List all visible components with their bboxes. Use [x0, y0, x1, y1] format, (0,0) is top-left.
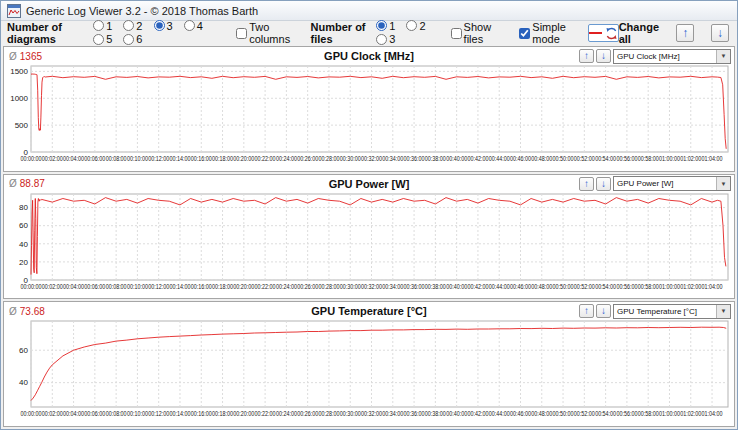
- diagram-count-option-3[interactable]: 3: [149, 20, 173, 32]
- svg-text:00:02:00: 00:02:00: [42, 283, 63, 290]
- svg-text:00:28:00: 00:28:00: [318, 283, 339, 290]
- svg-text:01:04:00: 01:04:00: [702, 410, 723, 417]
- svg-text:00:36:00: 00:36:00: [404, 283, 425, 290]
- svg-text:00:38:00: 00:38:00: [425, 410, 446, 417]
- svg-text:00:52:00: 00:52:00: [574, 283, 595, 290]
- svg-text:00:02:00: 00:02:00: [42, 155, 63, 162]
- chart-move-up-button[interactable]: ↑: [579, 304, 594, 318]
- svg-text:00:30:00: 00:30:00: [340, 283, 361, 290]
- simple-mode-option[interactable]: Simple mode: [514, 21, 576, 45]
- metric-select[interactable]: GPU Power [W] ▼: [613, 176, 731, 191]
- svg-text:20: 20: [19, 257, 28, 266]
- simple-mode-checkbox[interactable]: [519, 28, 530, 39]
- chart-plot[interactable]: 00:00:0000:02:0000:04:0000:06:0000:08:00…: [4, 319, 734, 423]
- svg-text:00:52:00: 00:52:00: [574, 155, 595, 162]
- chart-average: Ø1365: [9, 51, 42, 62]
- chart-move-up-button[interactable]: ↑: [579, 177, 594, 191]
- svg-text:00:24:00: 00:24:00: [276, 155, 297, 162]
- diagram-count-option-1[interactable]: 1: [88, 20, 112, 32]
- chart-move-down-button[interactable]: ↓: [596, 49, 611, 63]
- svg-text:00:04:00: 00:04:00: [63, 155, 84, 162]
- chart-move-down-button[interactable]: ↓: [596, 177, 611, 191]
- titlebar: Generic Log Viewer 3.2 - © 2018 Thomas B…: [1, 1, 737, 21]
- refresh-icon: [605, 27, 618, 40]
- file-count-option-1[interactable]: 1: [371, 20, 395, 32]
- diagram-count-option-6[interactable]: 6: [118, 33, 142, 45]
- svg-text:00:18:00: 00:18:00: [212, 410, 233, 417]
- svg-text:00:54:00: 00:54:00: [595, 283, 616, 290]
- diagram-count-option-2[interactable]: 2: [118, 20, 142, 32]
- metric-select[interactable]: GPU Clock [MHz] ▼: [613, 49, 731, 64]
- svg-text:00:22:00: 00:22:00: [255, 283, 276, 290]
- svg-text:00:20:00: 00:20:00: [233, 410, 254, 417]
- diagram-count-radio-6[interactable]: [123, 34, 134, 45]
- svg-text:00:42:00: 00:42:00: [467, 155, 488, 162]
- svg-text:00:18:00: 00:18:00: [212, 283, 233, 290]
- svg-text:01:04:00: 01:04:00: [702, 155, 723, 162]
- svg-text:0: 0: [24, 275, 29, 284]
- change-all-down-button[interactable]: ↓: [711, 24, 729, 42]
- arrow-down-icon: ↓: [717, 27, 723, 39]
- svg-text:00:10:00: 00:10:00: [127, 155, 148, 162]
- svg-text:00:30:00: 00:30:00: [340, 410, 361, 417]
- svg-text:00:50:00: 00:50:00: [553, 155, 574, 162]
- svg-text:00:34:00: 00:34:00: [382, 283, 403, 290]
- file-count-radio-2[interactable]: [406, 20, 417, 31]
- change-all-up-button[interactable]: ↑: [676, 24, 694, 42]
- svg-text:00:08:00: 00:08:00: [106, 410, 127, 417]
- svg-text:60: 60: [19, 221, 28, 230]
- svg-text:1500: 1500: [10, 67, 28, 76]
- chart-average-value: 1365: [20, 51, 42, 62]
- diagram-count-radio-5[interactable]: [93, 34, 104, 45]
- svg-text:00:36:00: 00:36:00: [404, 155, 425, 162]
- svg-text:00:16:00: 00:16:00: [191, 410, 212, 417]
- two-columns-checkbox[interactable]: [236, 28, 247, 39]
- file-count-radio-1[interactable]: [376, 20, 387, 31]
- svg-text:00:30:00: 00:30:00: [340, 155, 361, 162]
- diagram-count-radio-4[interactable]: [184, 20, 195, 31]
- svg-text:00:44:00: 00:44:00: [489, 283, 510, 290]
- file-count-radio-3[interactable]: [376, 34, 387, 45]
- file-count-option-3[interactable]: 3: [371, 33, 395, 45]
- svg-text:00:56:00: 00:56:00: [616, 155, 637, 162]
- two-columns-option[interactable]: Two columns: [231, 21, 293, 45]
- svg-text:00:20:00: 00:20:00: [233, 155, 254, 162]
- chart-plot[interactable]: 00:00:0000:02:0000:04:0000:06:0000:08:00…: [4, 192, 734, 296]
- svg-text:00:46:00: 00:46:00: [510, 283, 531, 290]
- svg-text:00:26:00: 00:26:00: [297, 283, 318, 290]
- svg-text:00:18:00: 00:18:00: [212, 155, 233, 162]
- svg-text:00:42:00: 00:42:00: [467, 283, 488, 290]
- svg-text:00:16:00: 00:16:00: [191, 155, 212, 162]
- svg-text:00:58:00: 00:58:00: [638, 155, 659, 162]
- chart-header: Ø73.68 GPU Temperature [°C] ↑ ↓ GPU Temp…: [4, 302, 734, 319]
- svg-text:00:44:00: 00:44:00: [489, 410, 510, 417]
- metric-select[interactable]: GPU Temperature [°C] ▼: [613, 304, 731, 319]
- chart-panel: Ø88.87 GPU Power [W] ↑ ↓ GPU Power [W] ▼…: [3, 174, 735, 300]
- svg-text:01:00:00: 01:00:00: [659, 155, 680, 162]
- chart-plot[interactable]: 00:00:0000:02:0000:04:0000:06:0000:08:00…: [4, 64, 734, 168]
- chart-move-down-button[interactable]: ↓: [596, 304, 611, 318]
- show-files-checkbox[interactable]: [451, 28, 462, 39]
- diagram-count-radio-2[interactable]: [123, 20, 134, 31]
- svg-text:01:02:00: 01:02:00: [680, 410, 701, 417]
- svg-text:00:48:00: 00:48:00: [531, 155, 552, 162]
- diagram-count-option-4[interactable]: 4: [179, 20, 203, 32]
- diagram-count-radio-3[interactable]: [154, 20, 165, 31]
- metric-select-value: GPU Temperature [°C]: [617, 307, 697, 316]
- line-style-refresh-button[interactable]: [588, 24, 619, 42]
- svg-text:00:06:00: 00:06:00: [84, 283, 105, 290]
- chart-move-up-button[interactable]: ↑: [579, 49, 594, 63]
- average-symbol: Ø: [9, 178, 17, 189]
- diagrams-label: Number of diagrams: [7, 21, 88, 45]
- svg-text:00:40:00: 00:40:00: [446, 283, 467, 290]
- arrow-up-icon: ↑: [584, 179, 589, 189]
- diagram-count-group: 1 2 3 4 5 6: [88, 20, 223, 47]
- svg-text:00:46:00: 00:46:00: [510, 410, 531, 417]
- chart-controls: ↑ ↓ GPU Temperature [°C] ▼: [579, 304, 731, 319]
- diagram-count-radio-1[interactable]: [93, 20, 104, 31]
- file-count-option-2[interactable]: 2: [401, 20, 425, 32]
- svg-text:00:34:00: 00:34:00: [382, 410, 403, 417]
- chart-controls: ↑ ↓ GPU Power [W] ▼: [579, 176, 731, 191]
- show-files-option[interactable]: Show files: [446, 21, 498, 45]
- diagram-count-option-5[interactable]: 5: [88, 33, 112, 45]
